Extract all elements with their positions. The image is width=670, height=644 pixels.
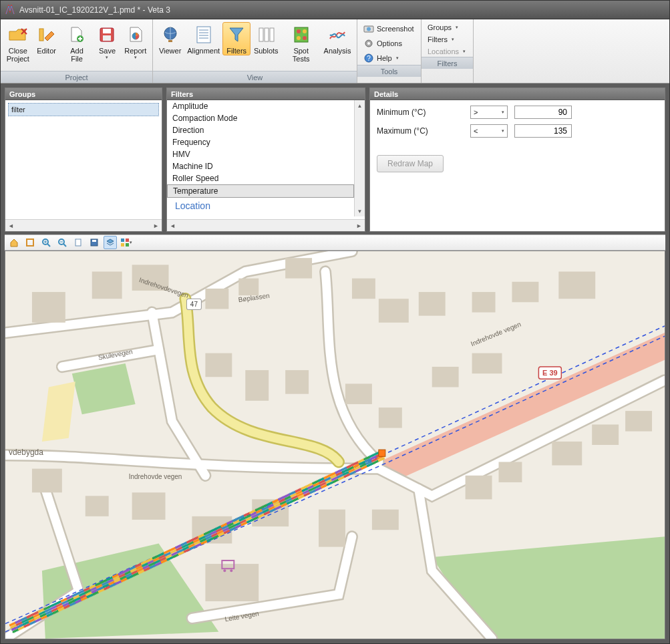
floppy-small-icon xyxy=(90,238,99,247)
ribbon-group-label: Project xyxy=(1,71,152,83)
svg-rect-70 xyxy=(432,367,459,387)
camera-icon xyxy=(363,23,374,34)
svg-rect-68 xyxy=(345,383,372,404)
svg-rect-3 xyxy=(103,29,111,33)
panel-header: Details xyxy=(370,88,665,100)
filter-section-location[interactable]: Location xyxy=(167,198,354,214)
svg-point-1114 xyxy=(223,569,226,572)
map-view[interactable]: 47 E 39 Indrehovde vegen Indrehovde vege… xyxy=(5,251,665,639)
sublots-button[interactable]: Sublots xyxy=(250,22,281,55)
add-file-button[interactable]: Add File xyxy=(61,22,94,63)
details-panel: Details Minimum (°C) >▾ Maximum (°C) <▾ … xyxy=(369,88,665,232)
close-project-button[interactable]: Close Project xyxy=(3,22,33,63)
extent-button[interactable] xyxy=(23,236,37,249)
home-button[interactable] xyxy=(7,236,21,249)
map-toolbar: ▾ xyxy=(5,234,665,251)
filters-menu[interactable]: Filters▾ xyxy=(426,34,469,45)
dropdown-caret-icon: ▾ xyxy=(456,25,458,30)
svg-rect-60 xyxy=(466,476,492,500)
filter-item[interactable]: Roller Speed xyxy=(167,172,354,184)
ribbon-group-view: Viewer Alignment Filters Sublots Spot Te… xyxy=(153,19,357,83)
zoom-out-button[interactable] xyxy=(55,236,69,249)
layers-button[interactable] xyxy=(104,236,117,249)
options-button[interactable]: Options xyxy=(361,37,417,50)
svg-rect-59 xyxy=(372,510,399,530)
dropdown-caret-icon: ▾ xyxy=(452,37,454,42)
dropdown-caret-icon: ▾ xyxy=(502,110,504,115)
maximum-operator-select[interactable]: <▾ xyxy=(470,124,508,138)
dropdown-caret-icon: ▾ xyxy=(134,55,137,60)
editor-button[interactable]: Editor xyxy=(33,22,61,55)
svg-rect-7 xyxy=(168,40,172,42)
dropdown-caret-icon: ▾ xyxy=(130,240,132,245)
help-button[interactable]: ?Help▾ xyxy=(361,51,417,65)
svg-rect-57 xyxy=(319,510,345,547)
filter-item[interactable]: Compaction Mode xyxy=(167,112,354,124)
svg-rect-47 xyxy=(379,299,409,323)
filter-item[interactable]: Machine ID xyxy=(167,160,354,172)
svg-rect-45 xyxy=(285,258,312,279)
filters-button[interactable]: Filters xyxy=(222,22,250,55)
svg-point-14 xyxy=(303,29,307,33)
h-scrollbar[interactable]: ◄► xyxy=(5,219,162,231)
maximum-value-input[interactable] xyxy=(514,124,572,138)
svg-rect-33 xyxy=(126,243,129,247)
spot-tests-button[interactable]: Spot Tests xyxy=(281,22,321,63)
ribbon-group-filters: Groups▾ Filters▾ Locations▾ Filters xyxy=(422,19,474,83)
svg-rect-10 xyxy=(265,28,269,41)
zoom-in-icon xyxy=(41,238,51,247)
minimum-value-input[interactable] xyxy=(514,106,572,119)
layers-icon xyxy=(106,238,115,247)
group-item[interactable]: filter xyxy=(8,103,159,116)
filter-item[interactable]: Frequency xyxy=(167,136,354,148)
groups-panel: Groups filter ◄► xyxy=(5,88,162,232)
svg-text:47: 47 xyxy=(190,301,198,308)
zoom-in-button[interactable] xyxy=(39,236,53,249)
panel-header: Filters xyxy=(167,88,365,100)
zoom-out-icon xyxy=(57,238,67,247)
alignment-button[interactable]: Alignment xyxy=(184,22,222,55)
help-icon: ? xyxy=(363,53,374,63)
home-icon xyxy=(9,238,19,247)
viewer-button[interactable]: Viewer xyxy=(156,22,184,55)
copy-button[interactable] xyxy=(71,236,85,249)
svg-rect-51 xyxy=(558,272,595,299)
ribbon-group-tools: Screenshot Options ?Help▾ Tools xyxy=(357,19,422,83)
groups-menu[interactable]: Groups▾ xyxy=(426,22,469,33)
analysis-button[interactable]: Analysis xyxy=(321,22,354,55)
filter-item[interactable]: Direction xyxy=(167,124,354,136)
save-map-button[interactable] xyxy=(88,236,101,249)
svg-rect-31 xyxy=(126,238,129,242)
locations-menu[interactable]: Locations▾ xyxy=(426,46,469,57)
ribbon-group-label: Filters xyxy=(422,57,473,69)
pencil-ruler-icon xyxy=(36,24,57,45)
basemap-button[interactable]: ▾ xyxy=(120,236,133,249)
minimum-operator-select[interactable]: >▾ xyxy=(470,106,508,119)
filter-item[interactable]: HMV xyxy=(167,148,354,160)
google-tiles-icon xyxy=(120,238,129,247)
app-window: Avsnitt-01_IC_1920212V_1.pmd * - Veta 3 … xyxy=(0,0,670,644)
chart-lines-icon xyxy=(327,24,348,45)
clipboard-icon xyxy=(73,238,83,247)
filter-item[interactable]: Amplitude xyxy=(167,100,354,112)
filter-list[interactable]: AmplitudeCompaction ModeDirectionFrequen… xyxy=(167,100,354,216)
h-scrollbar[interactable]: ◄► xyxy=(167,219,365,231)
v-scrollbar[interactable]: ▲▼ xyxy=(354,100,365,216)
save-button[interactable]: Save ▾ xyxy=(93,22,121,61)
svg-text:vdebygda: vdebygda xyxy=(9,448,43,457)
filters-panel: Filters AmplitudeCompaction ModeDirectio… xyxy=(166,88,365,232)
svg-rect-69 xyxy=(379,408,402,428)
dropdown-caret-icon: ▾ xyxy=(106,55,108,60)
redraw-map-button[interactable]: Redraw Map xyxy=(377,155,444,172)
svg-rect-66 xyxy=(245,370,269,401)
svg-rect-71 xyxy=(472,353,502,374)
svg-rect-50 xyxy=(512,282,538,303)
report-button[interactable]: Report ▾ xyxy=(121,22,150,61)
extent-icon xyxy=(25,238,35,247)
svg-point-20 xyxy=(367,42,370,45)
spot-tests-icon xyxy=(291,24,312,45)
screenshot-button[interactable]: Screenshot xyxy=(361,22,417,35)
panels-row: Groups filter ◄► Filters AmplitudeCompac… xyxy=(1,84,669,234)
dropdown-caret-icon: ▾ xyxy=(502,128,504,134)
filter-item[interactable]: Temperature xyxy=(167,184,354,198)
